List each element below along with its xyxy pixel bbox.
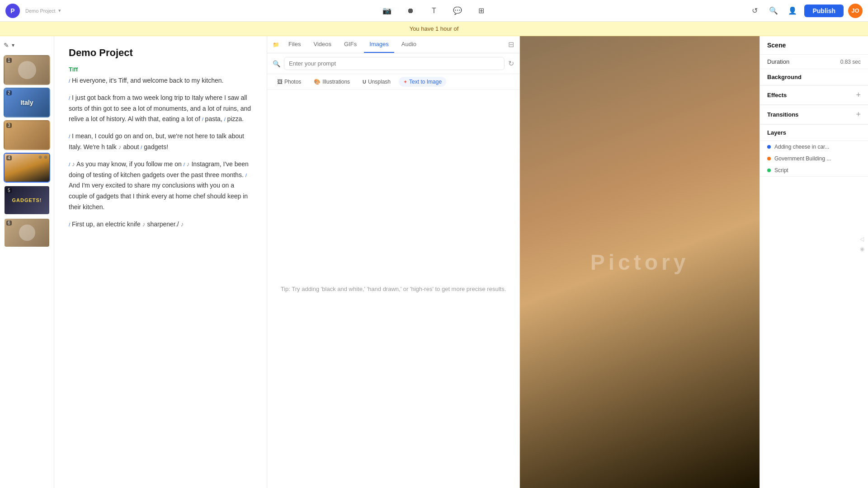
refresh-search-icon[interactable]: ↻ <box>508 59 514 68</box>
thumbnail-3[interactable]: 3 <box>4 120 50 150</box>
tab-videos[interactable]: Videos <box>308 36 337 53</box>
tab-gifs[interactable]: GIFs <box>339 36 362 53</box>
thumbnail-1[interactable]: 1 <box>4 55 50 85</box>
alert-bar: You have 1 hour of <box>0 22 868 36</box>
search-icon[interactable]: 🔍 <box>766 4 781 18</box>
project-selector[interactable]: Demo Project ▾ <box>25 8 61 14</box>
thumb-number-1: 1 <box>6 58 12 63</box>
scene-section: Scene <box>760 36 868 55</box>
slash-icon-4: / <box>69 162 70 167</box>
script-paragraph-3[interactable]: / I mean, I could go on and on, but, we'… <box>69 131 252 153</box>
script-paragraph-1[interactable]: / Hi everyone, it's Tiff, and welcome ba… <box>69 75 252 86</box>
layer-dot-2 <box>767 157 771 160</box>
edit-icon[interactable]: ✎ <box>4 42 9 49</box>
thumb-number-3: 3 <box>6 123 12 128</box>
script-editor: Demo Project Tiff / Hi everyone, it's Ti… <box>54 36 267 488</box>
main-content: ✎ ▾ 1 2 Italy 3 4 ⊕ ⊕ <box>0 36 868 488</box>
text-icon[interactable]: T <box>427 4 441 18</box>
video-preview: Pictory <box>520 36 760 488</box>
layers-header: Layers <box>760 125 868 141</box>
layer-dot-1 <box>767 145 771 149</box>
ai-icon: ✦ <box>403 79 407 85</box>
transitions-add-button[interactable]: + <box>856 110 861 119</box>
duration-value: 0.83 sec <box>840 59 861 65</box>
scene-title: Scene <box>760 36 868 54</box>
properties-panel: Scene Duration 0.83 sec Background Effec… <box>760 36 868 488</box>
subtab-unsplash[interactable]: U Unsplash <box>358 77 395 87</box>
layer-dot-3 <box>767 169 771 172</box>
thumbnail-sidebar: ✎ ▾ 1 2 Italy 3 4 ⊕ ⊕ <box>0 36 54 488</box>
thumb-number-6: 6 <box>6 221 12 225</box>
effects-header: Effects + <box>760 86 868 105</box>
thumbnail-6[interactable]: 6 <box>4 218 50 248</box>
thumb-4-icon2[interactable]: ⊕ <box>44 155 47 160</box>
edit-dropdown[interactable]: ▾ <box>12 42 14 48</box>
duration-section: Duration 0.83 sec <box>760 55 868 69</box>
app-logo[interactable]: P <box>5 4 20 18</box>
panel-expand-icon[interactable]: ◉ <box>860 246 864 252</box>
script-paragraph-2[interactable]: / I just got back from a two week long t… <box>69 93 252 125</box>
grid-icon[interactable]: ⊞ <box>474 4 488 18</box>
thumbnail-4[interactable]: 4 ⊕ ⊕ <box>4 153 50 183</box>
effects-label: Effects <box>767 92 787 99</box>
effects-add-button[interactable]: + <box>856 90 861 100</box>
layer-item-3[interactable]: Script <box>760 164 868 176</box>
layer-name-1: Adding cheese in car... <box>774 144 829 150</box>
project-dropdown-icon: ▾ <box>58 8 61 14</box>
slash-icon-3: / <box>69 134 70 139</box>
media-panel: 📁 Files Videos GIFs Images Audio ⊟ 🔍 ↻ 🖼… <box>267 36 520 488</box>
topbar: P Demo Project ▾ 📷 ⏺ T 💬 ⊞ ↺ 🔍 👤 Publish… <box>0 0 868 22</box>
background-header: Background <box>760 69 868 85</box>
topbar-right: ↺ 🔍 👤 Publish JO <box>747 4 863 18</box>
close-panel-icon[interactable]: ⊟ <box>508 40 514 49</box>
layers-label: Layers <box>767 129 786 136</box>
duration-row: Duration 0.83 sec <box>760 55 868 69</box>
prompt-input[interactable] <box>284 57 505 70</box>
camera-icon[interactable]: 📷 <box>380 4 394 18</box>
thumb-number-2: 2 <box>6 90 12 95</box>
transitions-section: Transitions + <box>760 105 868 125</box>
layer-item-1[interactable]: Adding cheese in car... <box>760 141 868 153</box>
layer-name-3: Script <box>774 167 788 174</box>
tab-images[interactable]: Images <box>364 36 394 53</box>
unsplash-icon: U <box>363 79 366 84</box>
duration-label: Duration <box>767 58 789 65</box>
comment-icon[interactable]: 💬 <box>450 4 465 18</box>
script-paragraph-5[interactable]: / First up, an electric knife ♪ sharpene… <box>69 219 252 230</box>
media-tabs: 📁 Files Videos GIFs Images Audio ⊟ <box>267 36 519 53</box>
subtab-text-to-image[interactable]: ✦ Text to Image <box>399 77 446 87</box>
tab-audio[interactable]: Audio <box>396 36 422 53</box>
media-content-area: Tip: Try adding 'black and white,' 'hand… <box>267 90 519 488</box>
avatar[interactable]: JO <box>848 4 863 18</box>
slash-icon-2: / <box>69 95 70 101</box>
script-title: Demo Project <box>69 47 252 59</box>
panel-collapse-icon[interactable]: ◁ <box>860 236 864 242</box>
slash-icon-5: / <box>69 222 70 227</box>
media-tab-icon: 📁 <box>273 42 279 48</box>
tab-files[interactable]: Files <box>283 36 306 53</box>
layer-item-2[interactable]: Government Building ... <box>760 153 868 164</box>
illustrations-icon: 🎨 <box>314 79 321 85</box>
background-section: Background <box>760 69 868 86</box>
transitions-label: Transitions <box>767 111 798 118</box>
thumbnail-2[interactable]: 2 Italy <box>4 88 50 117</box>
record-icon[interactable]: ⏺ <box>403 4 418 18</box>
slash-icon-1: / <box>69 78 70 84</box>
subtab-illustrations[interactable]: 🎨 Illustrations <box>309 77 354 87</box>
thumbnail-5[interactable]: 5 GADGETS! <box>4 185 50 215</box>
search-bar: 🔍 ↻ <box>267 53 519 74</box>
layer-name-2: Government Building ... <box>774 155 831 162</box>
effects-section: Effects + <box>760 86 868 105</box>
refresh-icon[interactable]: ↺ <box>747 4 762 18</box>
publish-button[interactable]: Publish <box>804 5 844 17</box>
user-icon[interactable]: 👤 <box>785 4 800 18</box>
script-speaker: Tiff <box>69 66 252 73</box>
transitions-header: Transitions + <box>760 105 868 124</box>
script-paragraph-4[interactable]: / ♪ As you may know, if you follow me on… <box>69 159 252 213</box>
subtabs: 🖼 Photos 🎨 Illustrations U Unsplash ✦ Te… <box>267 74 519 90</box>
layers-section: Layers Adding cheese in car... Governmen… <box>760 125 868 177</box>
subtab-photos[interactable]: 🖼 Photos <box>273 77 306 87</box>
thumb-4-icon1[interactable]: ⊕ <box>38 155 42 160</box>
tip-text: Tip: Try adding 'black and white,' 'hand… <box>281 286 506 292</box>
background-label: Background <box>767 74 802 80</box>
